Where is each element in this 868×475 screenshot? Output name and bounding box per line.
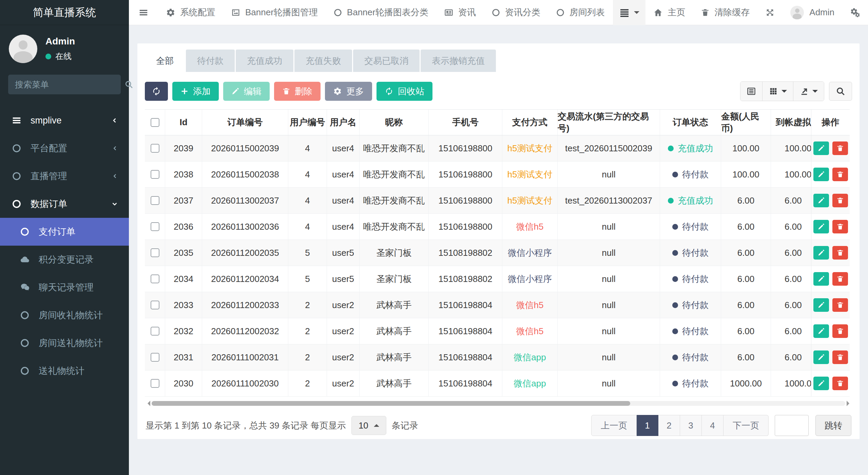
row-edit-button[interactable] <box>813 141 829 155</box>
row-delete-button[interactable] <box>832 272 848 286</box>
status-label: 待付款 <box>682 169 709 180</box>
sidebar-item-live-management[interactable]: 直播管理 <box>0 162 129 190</box>
next-page-button[interactable]: 下一页 <box>724 415 769 436</box>
nav-item-news-category[interactable]: 资讯分类 <box>484 0 548 25</box>
status-tab[interactable]: 充值失败 <box>294 50 352 72</box>
sidebar-item-platform-config[interactable]: 平台配置 <box>0 134 129 162</box>
status-tab[interactable]: 表示撤销充值 <box>421 50 496 72</box>
page-number-button[interactable]: 1 <box>637 415 658 436</box>
column-header-order-no[interactable]: 订单编号 <box>202 110 288 135</box>
status-tab[interactable]: 充值成功 <box>236 50 293 72</box>
jump-button[interactable]: 跳转 <box>815 415 851 436</box>
more-button[interactable]: 更多 <box>325 82 372 101</box>
nav-item-home[interactable]: 主页 <box>645 0 693 25</box>
page-number-button[interactable]: 4 <box>702 415 724 436</box>
sidebar-item-label: 房间送礼物统计 <box>39 337 103 349</box>
row-checkbox[interactable] <box>151 379 159 388</box>
export-dropdown-button[interactable] <box>793 82 824 101</box>
row-edit-button[interactable] <box>813 298 829 312</box>
row-edit-button[interactable] <box>813 220 829 233</box>
columns-dropdown-button[interactable] <box>763 82 793 101</box>
sidebar-item-smplive[interactable]: smplive <box>0 107 129 134</box>
row-checkbox[interactable] <box>151 248 159 257</box>
sidebar-item-room-sent-gifts-stats[interactable]: 房间送礼物统计 <box>0 329 129 357</box>
user-menu[interactable]: Admin <box>783 0 842 25</box>
table-search-button[interactable] <box>829 82 852 101</box>
row-edit-button[interactable] <box>813 272 829 286</box>
search-icon[interactable] <box>124 80 134 89</box>
row-checkbox[interactable] <box>151 222 159 231</box>
row-delete-button[interactable] <box>832 194 848 207</box>
scrollbar-thumb[interactable] <box>152 401 630 406</box>
row-edit-button[interactable] <box>813 350 829 364</box>
jump-page-input[interactable] <box>775 415 809 436</box>
status-tab[interactable]: 交易已取消 <box>353 50 420 72</box>
column-header-phone[interactable]: 手机号 <box>429 110 502 135</box>
status-tab[interactable]: 全部 <box>145 50 185 72</box>
nav-item-banner-management[interactable]: Banner轮播图管理 <box>223 0 326 25</box>
page-number-button[interactable]: 2 <box>658 415 680 436</box>
sidebar-toggle-button[interactable] <box>129 0 158 25</box>
sidebar-item-room-received-gifts-stats[interactable]: 房间收礼物统计 <box>0 301 129 329</box>
column-header-status[interactable]: 订单状态 <box>660 110 721 135</box>
nav-menu-dropdown-button[interactable] <box>613 0 645 25</box>
recycle-bin-button[interactable]: 回收站 <box>377 82 432 101</box>
column-header-transaction[interactable]: 交易流水(第三方的交易号) <box>558 110 660 135</box>
nav-item-room-list[interactable]: 房间列表 <box>548 0 613 25</box>
sidebar-item-gift-stats[interactable]: 送礼物统计 <box>0 357 129 385</box>
sidebar-item-data-orders[interactable]: 数据订单 <box>0 190 129 218</box>
delete-button[interactable]: 删除 <box>274 82 321 101</box>
search-input[interactable] <box>15 80 124 90</box>
scroll-left-arrow-icon[interactable] <box>145 401 150 406</box>
row-delete-button[interactable] <box>832 377 848 390</box>
nav-item-banner-category[interactable]: Banner轮播图表分类 <box>326 0 436 25</box>
status-tab[interactable]: 待付款 <box>186 50 235 72</box>
sidebar-item-points-change-log[interactable]: 积分变更记录 <box>0 246 129 273</box>
column-header-id[interactable]: Id <box>165 110 202 135</box>
select-all-checkbox[interactable] <box>151 118 159 127</box>
prev-page-button[interactable]: 上一页 <box>591 415 637 436</box>
edit-button[interactable]: 编辑 <box>223 82 270 101</box>
scroll-right-arrow-icon[interactable] <box>847 401 852 406</box>
page-number-button[interactable]: 3 <box>680 415 702 436</box>
row-edit-button[interactable] <box>813 246 829 260</box>
refresh-button[interactable] <box>145 82 168 101</box>
row-checkbox[interactable] <box>151 196 159 205</box>
sidebar-item-payment-orders[interactable]: 支付订单 <box>0 218 129 246</box>
nav-item-clear-cache[interactable]: 清除缓存 <box>693 0 757 25</box>
row-checkbox[interactable] <box>151 353 159 362</box>
add-button[interactable]: 添加 <box>172 82 219 101</box>
row-checkbox[interactable] <box>151 301 159 309</box>
row-edit-button[interactable] <box>813 168 829 181</box>
trash-icon <box>282 87 290 95</box>
row-checkbox[interactable] <box>151 144 159 153</box>
row-delete-button[interactable] <box>832 324 848 338</box>
row-delete-button[interactable] <box>832 168 848 181</box>
cell-username: user5 <box>327 266 360 292</box>
row-delete-button[interactable] <box>832 220 848 233</box>
scrollbar-track[interactable] <box>152 401 845 406</box>
column-header-nickname[interactable]: 昵称 <box>360 110 429 135</box>
column-header-amount[interactable]: 金额(人民币) <box>721 110 771 135</box>
page-size-select[interactable]: 10 <box>351 416 386 435</box>
column-header-username[interactable]: 用户名 <box>327 110 360 135</box>
row-edit-button[interactable] <box>813 377 829 390</box>
row-checkbox[interactable] <box>151 327 159 336</box>
toggle-pagination-button[interactable] <box>740 82 763 101</box>
row-delete-button[interactable] <box>832 141 848 155</box>
column-header-pay-method[interactable]: 支付方式 <box>502 110 558 135</box>
settings-button[interactable] <box>842 0 868 25</box>
fullscreen-button[interactable] <box>757 0 783 25</box>
sidebar-item-chat-log-management[interactable]: 聊天记录管理 <box>0 273 129 301</box>
status-tabs: 全部 待付款 充值成功 充值失败 交易已取消 表示撤销充值 <box>137 43 860 72</box>
row-delete-button[interactable] <box>832 350 848 364</box>
row-checkbox[interactable] <box>151 170 159 179</box>
nav-item-system-config[interactable]: 系统配置 <box>158 0 223 25</box>
nav-item-news[interactable]: 资讯 <box>436 0 484 25</box>
row-delete-button[interactable] <box>832 246 848 260</box>
column-header-user-id[interactable]: 用户编号 <box>288 110 327 135</box>
row-checkbox[interactable] <box>151 274 159 283</box>
row-delete-button[interactable] <box>832 298 848 312</box>
row-edit-button[interactable] <box>813 324 829 338</box>
row-edit-button[interactable] <box>813 194 829 207</box>
